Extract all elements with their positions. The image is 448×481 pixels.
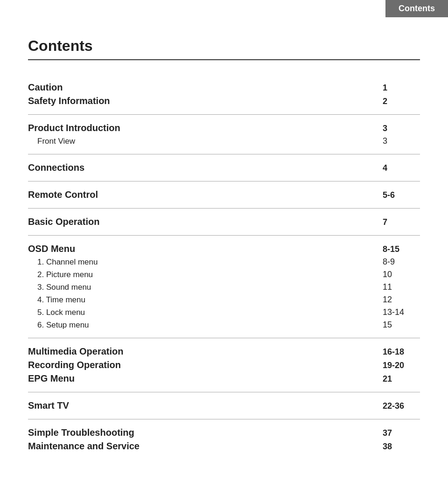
toc-row: Recording Operation19-20 [28, 358, 420, 372]
title-rule [28, 59, 420, 60]
toc-label: Simple Troubleshooting [28, 427, 134, 438]
toc-row: 6. Setup menu15 [28, 319, 420, 331]
toc-page: 19-20 [383, 361, 420, 370]
toc-page: 15 [383, 320, 420, 330]
toc-row: Remote Control5-6 [28, 188, 420, 202]
toc-row: Front View3 [28, 135, 420, 147]
toc-page: 7 [383, 217, 420, 227]
toc-section-basic-operation: Basic Operation7 [28, 209, 420, 236]
toc-label: Maintenance and Service [28, 441, 140, 452]
toc-label: OSD Menu [28, 244, 75, 254]
toc-label: 5. Lock menu [28, 308, 85, 317]
toc-row: Multimedia Operation16-18 [28, 345, 420, 358]
toc-row: Simple Troubleshooting37 [28, 426, 420, 439]
toc-page: 10 [383, 270, 420, 279]
toc-label: Safety Information [28, 96, 110, 106]
toc-row: Basic Operation7 [28, 215, 420, 229]
toc-page: 22-36 [383, 401, 420, 411]
toc-page: 2 [383, 97, 420, 106]
toc-page: 21 [383, 374, 420, 384]
toc-label: 4. Time menu [28, 295, 85, 305]
toc: Caution1Safety Information2Product Intro… [28, 74, 420, 460]
toc-label: Multimedia Operation [28, 346, 123, 357]
toc-label: Smart TV [28, 400, 69, 411]
toc-label: Caution [28, 82, 63, 93]
toc-row: 4. Time menu12 [28, 293, 420, 306]
toc-label: Front View [28, 137, 75, 146]
main-content: Contents Caution1Safety Information2Prod… [0, 0, 448, 481]
toc-page: 3 [383, 136, 420, 146]
toc-label: 6. Setup menu [28, 321, 89, 330]
toc-label: 1. Channel menu [28, 258, 98, 267]
page-title: Contents [28, 37, 420, 55]
toc-label: Product Introduction [28, 123, 120, 133]
toc-section-remote-control: Remote Control5-6 [28, 181, 420, 209]
toc-page: 5-6 [383, 190, 420, 200]
toc-row: Connections4 [28, 161, 420, 174]
toc-section-troubleshooting-maintenance: Simple Troubleshooting37Maintenance and … [28, 419, 420, 460]
toc-row: Product Introduction3 [28, 121, 420, 135]
toc-row: OSD Menu8-15 [28, 242, 420, 256]
toc-row: Safety Information2 [28, 94, 420, 108]
toc-section-multimedia-recording-epg: Multimedia Operation16-18Recording Opera… [28, 338, 420, 392]
toc-section-product-intro: Product Introduction3Front View3 [28, 115, 420, 154]
toc-row: 1. Channel menu8-9 [28, 256, 420, 268]
toc-page: 38 [383, 442, 420, 452]
toc-label: Recording Operation [28, 360, 121, 370]
toc-label: Basic Operation [28, 216, 99, 227]
toc-label: Connections [28, 162, 84, 173]
toc-row: 3. Sound menu11 [28, 281, 420, 293]
toc-page: 8-9 [383, 257, 420, 267]
toc-label: 2. Picture menu [28, 270, 93, 279]
toc-row: Caution1 [28, 81, 420, 94]
toc-page: 8-15 [383, 244, 420, 254]
toc-page: 12 [383, 295, 420, 305]
toc-page: 37 [383, 428, 420, 438]
toc-page: 16-18 [383, 347, 420, 357]
toc-page: 1 [383, 83, 420, 93]
toc-page: 3 [383, 124, 420, 133]
toc-section-osd-menu: OSD Menu8-151. Channel menu8-92. Picture… [28, 236, 420, 338]
toc-row: Maintenance and Service38 [28, 439, 420, 453]
toc-section-smart-tv: Smart TV22-36 [28, 392, 420, 419]
toc-section-caution-safety: Caution1Safety Information2 [28, 74, 420, 115]
toc-label: 3. Sound menu [28, 283, 91, 292]
toc-page: 11 [383, 282, 420, 292]
toc-row: 5. Lock menu13-14 [28, 306, 420, 319]
header-bar: Contents [385, 0, 448, 17]
toc-page: 4 [383, 163, 420, 173]
toc-label: Remote Control [28, 189, 98, 200]
toc-section-connections: Connections4 [28, 154, 420, 181]
toc-row: EPG Menu21 [28, 372, 420, 385]
toc-page: 13-14 [383, 307, 420, 317]
toc-label: EPG Menu [28, 373, 75, 384]
toc-row: 2. Picture menu10 [28, 268, 420, 281]
toc-row: Smart TV22-36 [28, 399, 420, 412]
